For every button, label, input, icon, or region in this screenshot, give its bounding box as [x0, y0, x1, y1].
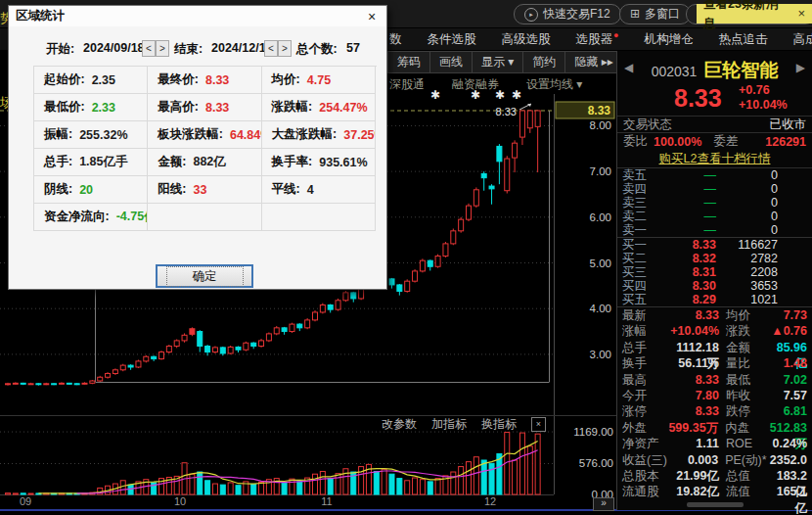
subtoolbar-item-2[interactable]: 设置均线 ▾ — [526, 76, 582, 93]
dialog-titlebar[interactable]: 区域统计 × — [9, 6, 386, 26]
stock-code: 002031 — [652, 61, 698, 82]
indicator-tool-2[interactable]: 换指标 — [481, 416, 517, 433]
weicha-value: 126291 — [744, 135, 806, 149]
candle-body — [106, 374, 111, 378]
notification-close-icon[interactable]: × — [797, 4, 805, 23]
x-tick-label: 09 — [20, 495, 31, 507]
weicha-label: 委差 — [713, 133, 738, 150]
candle-body — [44, 384, 49, 385]
candle-body — [351, 293, 356, 299]
stat-value: 1112.18万 — [668, 340, 719, 355]
sell-price: — — [655, 223, 716, 237]
volume-bar — [212, 484, 217, 494]
menu-item-3[interactable]: 选股器● — [576, 30, 619, 48]
candle-body — [328, 304, 333, 309]
stat-label: 净资产 — [622, 436, 668, 451]
toolbar-cell-0[interactable]: 筹码 — [387, 51, 430, 73]
buy-level-label: 买四 — [622, 279, 655, 293]
next-stock-icon[interactable]: ▶ — [796, 61, 805, 74]
menu-item-6[interactable]: 高成长性 — [792, 31, 812, 48]
panel-scroll-handle[interactable] — [617, 500, 812, 510]
candle-body — [343, 293, 348, 301]
menu-item-0[interactable]: 数 — [389, 31, 402, 48]
expand-right-button[interactable]: » — [593, 497, 614, 511]
stats-grid-row-5: 资金净流向:-4.75亿 — [34, 204, 377, 231]
stat-label: 总值 — [719, 468, 771, 484]
stat-value: ▲0.76 — [771, 323, 807, 339]
volume-bar — [428, 482, 432, 494]
sell-qty: 0 — [716, 182, 807, 196]
toolbar-cell-4[interactable]: 隐藏 ▸▸ — [565, 51, 622, 73]
sell-level-label: 卖二 — [622, 210, 655, 223]
volume-bar — [535, 434, 540, 494]
buy-row-买一[interactable]: 买一8.33116627 — [617, 238, 812, 252]
candle-body — [113, 370, 117, 374]
buy-level-label: 买五 — [622, 293, 655, 306]
volume-bar — [282, 482, 287, 494]
candle-body — [297, 324, 302, 328]
volume-bar — [397, 479, 402, 494]
stat-label: 昨收 — [719, 388, 771, 403]
stat-label: 总手 — [622, 340, 668, 355]
toolbar-cell-1[interactable]: 画线 — [430, 51, 473, 73]
indicator-tool-1[interactable]: 加指标 — [431, 416, 467, 433]
quick-trade-button[interactable]: ▸ 快速交易F12 — [514, 4, 621, 24]
stats-grid-row-4: 阴线:20阳线:33平线:4 — [34, 176, 377, 204]
stat-value: +10.04% — [668, 323, 719, 339]
weibi-value: 100.00% — [654, 135, 701, 149]
ok-button[interactable]: 确定 — [156, 264, 253, 288]
menu-item-1[interactable]: 条件选股 — [428, 31, 476, 48]
toolbar-cell-2[interactable]: 显示 ▾ — [473, 51, 523, 73]
menu-item-5[interactable]: 热点追击 — [718, 31, 767, 48]
volume-bar — [205, 481, 210, 494]
candle-body — [21, 383, 25, 384]
stats-cell-label: 振幅: — [44, 126, 72, 143]
quote-panel: ◀ 002031 巨轮智能 ▶ 8.33 +0.76 +10.04% 交易状态 … — [616, 51, 812, 510]
sell-row-卖二[interactable]: 卖二—0 — [617, 210, 812, 223]
toolbar-cell-3[interactable]: 简约 — [523, 51, 565, 73]
stats-cell-value: 8.33 — [205, 73, 229, 87]
sell-row-卖三[interactable]: 卖三—0 — [617, 196, 812, 210]
volume-bar — [21, 493, 25, 494]
stats-cell-value: 2.33 — [92, 101, 115, 115]
stats-cell-label: 最低价: — [44, 99, 85, 116]
notification-badge[interactable]: 查看23条新消息 × — [697, 4, 812, 23]
dialog-close-icon[interactable]: × — [364, 9, 380, 24]
buy-row-买二[interactable]: 买二8.322782 — [617, 252, 812, 265]
menu-item-2[interactable]: 高级选股 — [502, 31, 551, 48]
buy-level-label: 买一 — [622, 238, 655, 252]
stat-row-9: 收益(三)0.003PE(动)*2352.0 — [617, 452, 812, 468]
buy-qty: 2208 — [716, 265, 807, 279]
buy-row-买四[interactable]: 买四8.303653 — [617, 279, 812, 293]
candle-body — [159, 352, 164, 359]
volume-bar — [198, 472, 203, 494]
menu-item-4[interactable]: 机构增仓 — [644, 31, 693, 48]
buy-row-买三[interactable]: 买三8.312208 — [617, 265, 812, 279]
stock-name: 巨轮智能 — [703, 59, 778, 82]
candle-body — [190, 329, 195, 335]
indicator-tool-0[interactable]: 改参数 — [382, 416, 417, 433]
stats-cell-value: 254.47% — [319, 101, 367, 115]
volume-bar — [374, 471, 379, 494]
candle-body — [336, 301, 340, 309]
sell-row-卖四[interactable]: 卖四—0 — [617, 182, 812, 196]
l2-link[interactable]: 购买L2查看十档行情 — [659, 151, 771, 167]
end-prev-button[interactable]: < — [264, 40, 278, 57]
indicator-close-icon[interactable]: × — [531, 417, 546, 432]
stats-cell-0-1: 最终价:8.33 — [148, 67, 261, 94]
candle-body — [274, 328, 279, 334]
stats-cell-value: 20 — [79, 183, 93, 197]
start-next-button[interactable]: > — [156, 40, 169, 57]
prev-stock-icon[interactable]: ◀ — [624, 61, 633, 74]
x-tick-label: 10 — [174, 495, 186, 507]
sell-level-label: 卖四 — [622, 182, 655, 196]
start-prev-button[interactable]: < — [142, 40, 156, 57]
subtoolbar-item-0[interactable]: 深股通 — [389, 76, 425, 93]
end-next-button[interactable]: > — [278, 40, 292, 57]
buy-row-买五[interactable]: 买五8.291021 — [617, 293, 812, 306]
sell-row-卖五[interactable]: 卖五—0 — [617, 168, 812, 182]
volume-bar — [420, 480, 425, 494]
sell-row-卖一[interactable]: 卖一—0 — [617, 223, 812, 237]
multi-window-button[interactable]: ⊞ 多窗口 — [619, 4, 691, 24]
multi-window-icon: ⊞ — [630, 6, 640, 23]
